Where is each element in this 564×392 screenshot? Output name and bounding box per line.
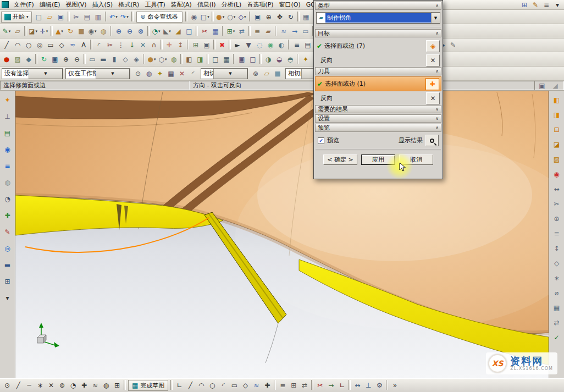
expand-icon[interactable]: ∨: [435, 107, 439, 112]
view-manipulation-icon[interactable]: ◨: [551, 109, 563, 121]
menu-item[interactable]: 编辑(E): [37, 0, 63, 9]
quick-trim-icon[interactable]: ✂: [314, 380, 325, 391]
statusbar-resize-icon[interactable]: ◢: [550, 81, 561, 90]
collapse-icon[interactable]: ∧: [435, 31, 439, 36]
divide-curve-icon[interactable]: ⋮: [115, 40, 126, 51]
copy-icon[interactable]: ▤: [82, 12, 93, 23]
enable-snap-icon[interactable]: ⊙: [2, 380, 13, 391]
sketch-arc-icon[interactable]: ◠: [196, 380, 207, 391]
measure-tool-icon[interactable]: ↔: [551, 183, 563, 195]
arc-icon[interactable]: ◠: [12, 40, 23, 51]
snap-endpoint-icon[interactable]: ╱: [13, 380, 24, 391]
datum-axis-icon[interactable]: ↕: [175, 40, 186, 51]
zoom-in-icon[interactable]: ⊕: [60, 54, 71, 65]
texture-icon[interactable]: ▨: [12, 54, 23, 65]
section-header-preview[interactable]: 预览 ∧: [315, 124, 441, 132]
ruled-icon[interactable]: ▭: [300, 26, 311, 37]
asterisk-tool-icon[interactable]: ∗: [551, 272, 563, 284]
sketch-rectangle-icon[interactable]: ▭: [229, 380, 240, 391]
window-tile-icon[interactable]: ▦: [221, 54, 232, 65]
constraint-navigator-icon[interactable]: ◉: [2, 143, 14, 156]
menu-item[interactable]: 首选项(P): [244, 0, 276, 9]
section-header-results[interactable]: 需要的结果 ∨: [315, 105, 441, 113]
circle-icon[interactable]: ○: [23, 40, 34, 51]
sketch-circle-icon[interactable]: ○: [207, 380, 218, 391]
clip-plane-icon[interactable]: ▨: [551, 153, 563, 165]
finish-sketch-button[interactable]: ▦ 完成草图: [128, 380, 168, 391]
move-to-layer-icon[interactable]: ▤: [302, 40, 313, 51]
orient-view-icon[interactable]: ◇▾: [237, 12, 248, 23]
touch-mode-icon[interactable]: ◉: [189, 12, 200, 23]
draft-icon[interactable]: ◢: [173, 26, 184, 37]
pan-icon[interactable]: ✥: [274, 12, 285, 23]
visible-only-icon[interactable]: ◍: [143, 68, 154, 79]
more-bottom-icon[interactable]: »: [389, 380, 400, 391]
through-curves-icon[interactable]: ≈: [278, 26, 289, 37]
camera-views-icon[interactable]: ◉: [551, 168, 563, 180]
tangent-face-combo[interactable]: 相切面 ▼: [201, 68, 248, 79]
tool-select-face-button[interactable]: ✚: [425, 78, 439, 90]
mirror-feature-icon[interactable]: ⇄: [236, 26, 247, 37]
project-curve-icon[interactable]: ↓: [126, 40, 137, 51]
list-tool-icon[interactable]: ≡: [551, 228, 563, 240]
selection-filter-combo[interactable]: 没有选择过滤器 ▼: [2, 68, 63, 79]
right-view-icon[interactable]: ▮: [109, 54, 120, 65]
menu-item[interactable]: 装配(A): [168, 0, 195, 9]
model-navigator-cube-icon[interactable]: ◧: [551, 94, 563, 106]
profile-icon[interactable]: ∟: [174, 380, 185, 391]
dock-toggle-icon[interactable]: ▣: [537, 81, 548, 90]
delete-icon[interactable]: ✖: [217, 40, 228, 51]
trimetric-view-icon[interactable]: ◈: [131, 54, 142, 65]
note-icon[interactable]: ✎: [447, 40, 458, 51]
sketch-in-task-icon[interactable]: ▱: [12, 26, 23, 37]
offset-surface-icon[interactable]: ≡: [252, 26, 263, 37]
polygon-icon[interactable]: ◇: [56, 40, 67, 51]
curve-rule-icon[interactable]: ⊚: [250, 68, 261, 79]
front-view-icon[interactable]: ▭: [87, 54, 98, 65]
snap-control-point-icon[interactable]: ∗: [35, 380, 46, 391]
static-wireframe-icon[interactable]: ○▾: [226, 12, 237, 23]
sketch-fillet-icon[interactable]: ◜: [218, 380, 229, 391]
role-advanced-icon[interactable]: ✦: [300, 54, 311, 65]
sketch-point-icon[interactable]: ✚: [262, 380, 273, 391]
layer-settings-icon[interactable]: ≡: [291, 40, 302, 51]
translucency-icon[interactable]: ◒: [274, 54, 285, 65]
quick-sketch-icon[interactable]: ✎: [530, 0, 541, 10]
clip-section-icon[interactable]: ◧: [184, 54, 195, 65]
snap-midpoint-icon[interactable]: ─: [24, 380, 35, 391]
layer-category-icon[interactable]: ⊟: [551, 124, 563, 136]
diameter-tool-icon[interactable]: ⌀: [551, 287, 563, 299]
shaded-mode-icon[interactable]: ●▾: [146, 54, 157, 65]
line-icon[interactable]: ╱: [1, 40, 12, 51]
arrow-tool-icon[interactable]: ↕: [551, 242, 563, 255]
decal-icon[interactable]: ◆: [23, 54, 34, 65]
extrude-icon[interactable]: ▲▾: [54, 26, 65, 37]
block-icon[interactable]: ■: [76, 26, 87, 37]
tool-select-row-active[interactable]: ✔ 选择面或边 (1) ✚: [315, 76, 441, 91]
check-tool-icon[interactable]: ✓: [551, 332, 563, 344]
subtract-icon[interactable]: ⊖: [124, 26, 135, 37]
hole-icon[interactable]: ◉▾: [87, 26, 98, 37]
section-header-settings[interactable]: 设置 ∨: [315, 114, 441, 123]
quick-extend-icon[interactable]: →: [325, 380, 336, 391]
chamfer-icon[interactable]: ◣▾: [162, 26, 173, 37]
system-scene-icon[interactable]: ⊥: [2, 111, 14, 123]
section-tool-icon[interactable]: ◪: [551, 139, 563, 151]
hide-icon[interactable]: ◌: [254, 40, 265, 51]
combo-dropdown-icon[interactable]: ▼: [213, 69, 247, 79]
diamond-tool-icon[interactable]: ◇: [551, 257, 563, 269]
window-icon[interactable]: □▾: [200, 12, 211, 23]
menu-item[interactable]: 信息(I): [195, 0, 219, 9]
show-icon[interactable]: ◉: [265, 40, 276, 51]
menu-item[interactable]: 文件(F): [11, 0, 37, 9]
viewport-3d[interactable]: [15, 91, 549, 378]
wireframe-mode-icon[interactable]: ○▾: [157, 54, 168, 65]
grid-tool-icon[interactable]: ▦: [551, 302, 563, 314]
rotate-view-icon[interactable]: ↻: [285, 12, 296, 23]
snap-quadrant-icon[interactable]: ◔: [68, 380, 79, 391]
fit-view-icon[interactable]: ▣: [252, 12, 263, 23]
make-corner-icon[interactable]: ∟: [336, 380, 347, 391]
collapse-icon[interactable]: ∧: [435, 69, 439, 74]
reuse-library-icon[interactable]: ◍: [2, 176, 14, 189]
cut-icon[interactable]: ✂: [71, 12, 82, 23]
